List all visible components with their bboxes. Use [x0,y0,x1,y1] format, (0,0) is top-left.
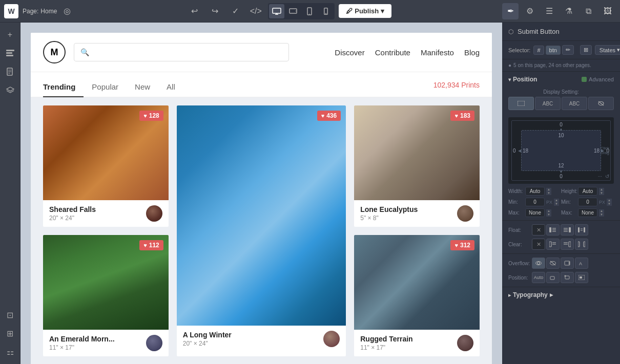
min-height-up-btn[interactable]: ▲ [607,199,612,202]
display-block-btn[interactable] [508,97,534,110]
search-bar[interactable]: 🔍 [74,43,289,61]
info-icon: ● [508,62,511,68]
position-title: ▾ Position [508,76,537,83]
layers-icon[interactable] [2,82,18,98]
position-absolute-btn[interactable] [561,272,574,283]
left-sidebar: + ⊡ ⊞ ⚏ [0,23,20,364]
min-width-input[interactable] [525,198,545,206]
nav-contribute[interactable]: Contribute [375,48,410,57]
height-up-btn[interactable]: ▲ [599,188,604,191]
selector-expand-btn[interactable]: ⊞ [580,45,592,55]
clear-left-btn[interactable] [546,239,560,250]
panel-header: ⬡ Submit Button [502,23,620,41]
width-down-btn[interactable]: ▼ [546,191,551,195]
search-icon: 🔍 [80,48,89,56]
max-width-up-btn[interactable]: ▲ [546,209,551,213]
check-btn[interactable]: ✓ [227,3,243,19]
svg-rect-10 [6,52,12,54]
width-input[interactable] [525,187,545,196]
selector-tag-hash[interactable]: # [533,46,544,55]
pen-tool-btn[interactable]: ✒ [502,3,519,19]
photo-card-long-winter[interactable]: ♥ 436 A Long Winter 20" × 24" [177,105,346,356]
components-btn[interactable]: ⧉ [580,3,596,19]
pages-icon[interactable] [2,63,18,80]
publish-button[interactable]: 🖊 Publish ▾ [339,4,391,18]
frame-icon[interactable]: ⊡ [2,307,18,323]
photo-card-emerald-morn[interactable]: ♥ 112 An Emerald Morn... 11" × 17" [43,235,169,356]
overflow-visible-btn[interactable] [532,258,545,269]
undo-btn[interactable]: ↩ [186,3,202,19]
selector-tag-edit[interactable]: ✏ [562,45,574,55]
display-label: Display Setting: [508,89,614,95]
overflow-auto-btn[interactable]: A [575,258,588,269]
states-dropdown[interactable]: States ▾ [595,45,620,55]
max-height-input[interactable] [578,208,597,217]
nav-manifesto[interactable]: Manifesto [421,48,454,57]
position-fixed-btn[interactable] [575,272,588,283]
min-width-up-btn[interactable]: ▲ [554,199,559,202]
redo-btn[interactable]: ↪ [206,3,223,19]
max-height-down-btn[interactable]: ▼ [599,213,604,217]
min-height-down-btn[interactable]: ▼ [607,202,612,206]
photo-info-long-winter: A Long Winter 20" × 24" [177,326,346,352]
max-height-up-btn[interactable]: ▲ [599,209,604,213]
max-width-input[interactable] [525,208,545,217]
tab-new[interactable]: New [127,78,158,97]
float-none-btn[interactable]: ✕ [532,224,545,235]
min-width-unit: PX [546,200,552,205]
position-relative-btn[interactable] [546,272,560,283]
menu-btn[interactable]: ☰ [541,3,557,19]
advanced-link[interactable]: Advanced [589,76,614,82]
float-row: Float: ✕ [502,223,620,237]
height-down-btn[interactable]: ▼ [599,191,604,195]
float-both-btn[interactable] [575,224,588,235]
photo-card-lone-eucalyptus[interactable]: ♥ 183 Lone Eucalyptus 5" × 8" [354,105,480,227]
height-input[interactable] [578,187,597,196]
width-up-btn[interactable]: ▲ [546,188,551,191]
clear-none-btn[interactable]: ✕ [532,239,545,250]
display-setting: Display Setting: ABC ABC [502,87,620,114]
code-btn[interactable]: </> [247,3,264,19]
navigator-icon[interactable] [2,45,18,61]
desktop-btn[interactable] [269,4,284,18]
settings-icon-btn[interactable]: ◎ [59,3,75,19]
palette-btn[interactable]: ⚗ [561,3,577,19]
float-left-btn[interactable] [546,224,560,235]
typography-header[interactable]: ▸ Typography ▸ [508,291,614,298]
grid-icon[interactable]: ⊞ [2,325,18,341]
display-inline-block-btn[interactable]: ABC [535,97,561,110]
max-width-down-btn[interactable]: ▼ [546,213,551,217]
position-section-header[interactable]: ▾ Position Advanced [502,72,620,87]
position-setting-row: Position: Auto [502,270,620,285]
clear-both-btn[interactable] [575,239,588,250]
display-inline-btn[interactable]: ABC [562,97,587,110]
photo-card-rugged-terrain[interactable]: ♥ 312 Rugged Terrain 11" × 17" [354,235,480,356]
media-btn[interactable]: 🖼 [600,3,616,19]
nav-blog[interactable]: Blog [464,48,480,57]
selector-tag-btn[interactable]: btn [546,46,561,55]
float-right-btn[interactable] [561,224,574,235]
overflow-buttons: A [532,258,588,269]
gear-btn[interactable]: ⚙ [522,3,538,19]
sliders-icon[interactable]: ⚏ [2,344,18,360]
tab-popular[interactable]: Popular [84,78,127,97]
nav-discover[interactable]: Discover [335,48,364,57]
tab-trending[interactable]: Trending [43,78,84,97]
max-props: Max: ▲ ▼ Max: ▲ ▼ [502,208,620,217]
position-buttons: Auto [532,272,588,283]
add-element-icon[interactable]: + [2,27,18,43]
photo-card-sheared-falls[interactable]: ♥ 128 Sheared Falls 20" × 24" [43,105,169,227]
position-auto-btn[interactable]: Auto [532,272,545,283]
tablet-landscape-btn[interactable] [285,4,301,18]
tablet-portrait-btn[interactable] [302,4,317,18]
states-chevron: ▾ [617,47,620,53]
clear-right-btn[interactable] [561,239,574,250]
publish-chevron: ▾ [381,7,384,15]
overflow-hidden-btn[interactable] [546,258,560,269]
tab-all[interactable]: All [158,78,183,97]
display-hidden-btn[interactable] [588,97,614,110]
min-width-down-btn[interactable]: ▼ [554,202,559,206]
overflow-scroll-btn[interactable] [561,258,574,269]
mobile-btn[interactable] [318,4,334,18]
min-height-input[interactable] [578,198,597,206]
